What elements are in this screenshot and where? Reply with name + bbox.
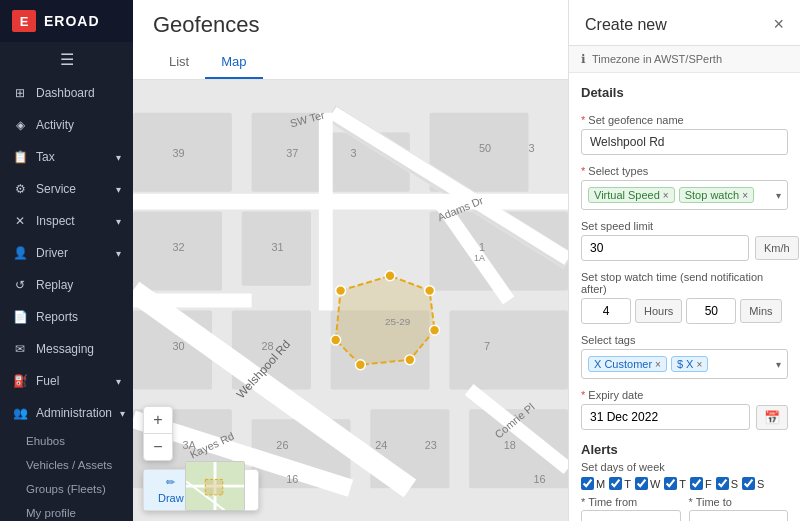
day-thursday-label: T xyxy=(679,478,686,490)
info-icon: ℹ xyxy=(581,52,586,66)
svg-text:16: 16 xyxy=(286,473,298,485)
sidebar-item-service[interactable]: ⚙ Service ▾ xyxy=(0,173,133,205)
svg-text:50: 50 xyxy=(479,142,491,154)
tag-label: $ X xyxy=(677,358,694,370)
sidebar-sub-myprofile[interactable]: My profile xyxy=(0,501,133,521)
stop-watch-label: Set stop watch time (send notification a… xyxy=(581,271,788,295)
day-wednesday-checkbox[interactable] xyxy=(635,477,648,490)
tax-icon: 📋 xyxy=(12,149,28,165)
tag-stop-watch[interactable]: Stop watch × xyxy=(679,187,754,203)
speed-label: Set speed limit xyxy=(581,220,788,232)
svg-text:26: 26 xyxy=(276,439,288,451)
chevron-down-icon: ▾ xyxy=(116,216,121,227)
tag-customer[interactable]: X Customer × xyxy=(588,356,667,372)
service-icon: ⚙ xyxy=(12,181,28,197)
day-saturday-checkbox[interactable] xyxy=(716,477,729,490)
close-button[interactable]: × xyxy=(773,14,784,35)
tag-remove-icon[interactable]: × xyxy=(655,359,661,370)
speed-input[interactable] xyxy=(581,235,749,261)
reports-icon: 📄 xyxy=(12,309,28,325)
sidebar-item-driver[interactable]: 👤 Driver ▾ xyxy=(0,237,133,269)
time-from-input[interactable] xyxy=(581,510,681,521)
tag-virtual-speed[interactable]: Virtual Speed × xyxy=(588,187,675,203)
sidebar-item-replay[interactable]: ↺ Replay xyxy=(0,269,133,301)
svg-rect-65 xyxy=(205,479,222,494)
time-to-input[interactable] xyxy=(689,510,789,521)
logo-icon: E xyxy=(12,10,36,32)
tab-list[interactable]: List xyxy=(153,46,205,79)
svg-point-29 xyxy=(385,271,395,281)
tag-label: Stop watch xyxy=(685,189,739,201)
chevron-down-icon: ▾ xyxy=(116,248,121,259)
day-sunday[interactable]: S xyxy=(742,477,764,490)
chevron-down-icon: ▾ xyxy=(776,359,781,370)
svg-text:39: 39 xyxy=(173,147,185,159)
day-saturday[interactable]: S xyxy=(716,477,738,490)
panel-body: Details * Set geofence name * Select typ… xyxy=(569,73,800,521)
nav-label-activity: Activity xyxy=(36,118,74,132)
calendar-button[interactable]: 📅 xyxy=(756,405,788,430)
day-wednesday[interactable]: W xyxy=(635,477,660,490)
page-title: Geofences xyxy=(153,12,548,38)
sidebar-sub-ehubos[interactable]: Ehubos xyxy=(0,429,133,453)
sidebar: E EROAD ☰ ⊞ Dashboard ◈ Activity 📋 Tax ▾… xyxy=(0,0,133,521)
timezone-text: Timezone in AWST/SPerth xyxy=(592,53,722,65)
day-sunday-checkbox[interactable] xyxy=(742,477,755,490)
time-to-group: * Time to xyxy=(689,496,789,521)
nav-label-inspect: Inspect xyxy=(36,214,75,228)
day-tuesday-label: T xyxy=(624,478,631,490)
sidebar-sub-groups[interactable]: Groups (Fleets) xyxy=(0,477,133,501)
sidebar-item-inspect[interactable]: ✕ Inspect ▾ xyxy=(0,205,133,237)
zoom-in-button[interactable]: + xyxy=(144,407,172,433)
sidebar-sub-vehicles[interactable]: Vehicles / Assets xyxy=(0,453,133,477)
day-thursday-checkbox[interactable] xyxy=(664,477,677,490)
svg-text:24: 24 xyxy=(375,439,387,451)
speed-unit: Km/h xyxy=(755,236,799,260)
sidebar-item-activity[interactable]: ◈ Activity xyxy=(0,109,133,141)
replay-icon: ↺ xyxy=(12,277,28,293)
tag-remove-icon[interactable]: × xyxy=(742,190,748,201)
expiry-date-input[interactable] xyxy=(581,404,750,430)
types-select[interactable]: Virtual Speed × Stop watch × ▾ xyxy=(581,180,788,210)
sidebar-item-administration[interactable]: 👥 Administration ▾ xyxy=(0,397,133,429)
svg-text:16: 16 xyxy=(533,473,545,485)
day-thursday[interactable]: T xyxy=(664,477,686,490)
sidebar-item-dashboard[interactable]: ⊞ Dashboard xyxy=(0,77,133,109)
sidebar-item-reports[interactable]: 📄 Reports xyxy=(0,301,133,333)
day-tuesday[interactable]: T xyxy=(609,477,631,490)
day-friday[interactable]: F xyxy=(690,477,712,490)
grid-icon: ⊞ xyxy=(12,85,28,101)
geofence-name-input[interactable] xyxy=(581,129,788,155)
sidebar-item-messaging[interactable]: ✉ Messaging xyxy=(0,333,133,365)
day-monday[interactable]: M xyxy=(581,477,605,490)
day-monday-checkbox[interactable] xyxy=(581,477,594,490)
svg-text:18: 18 xyxy=(504,439,516,451)
map-zoom-controls: + − xyxy=(143,406,173,461)
panel-header: Create new × xyxy=(569,0,800,46)
time-from-label: * Time from xyxy=(581,496,681,508)
day-saturday-label: S xyxy=(731,478,738,490)
map-area[interactable]: 39 37 3 50 3 32 31 1 30 28 3A 26 25-29 2… xyxy=(133,80,568,521)
hamburger-button[interactable]: ☰ xyxy=(0,42,133,77)
main-content: Geofences List Map xyxy=(133,0,568,521)
svg-text:3: 3 xyxy=(528,142,534,154)
alerts-section: Alerts Set days of week M T W T xyxy=(581,442,788,521)
svg-text:1A: 1A xyxy=(474,253,485,263)
svg-text:23: 23 xyxy=(425,439,437,451)
tags-select[interactable]: X Customer × $ X × ▾ xyxy=(581,349,788,379)
tab-map[interactable]: Map xyxy=(205,46,262,79)
sidebar-item-tax[interactable]: 📋 Tax ▾ xyxy=(0,141,133,173)
speed-row: Km/h xyxy=(581,235,788,261)
hours-input[interactable] xyxy=(581,298,631,324)
day-tuesday-checkbox[interactable] xyxy=(609,477,622,490)
tag-remove-icon[interactable]: × xyxy=(663,190,669,201)
zoom-out-button[interactable]: − xyxy=(144,434,172,460)
tag-remove-icon[interactable]: × xyxy=(696,359,702,370)
svg-rect-11 xyxy=(449,310,568,389)
sidebar-item-fuel[interactable]: ⛽ Fuel ▾ xyxy=(0,365,133,397)
days-label: Set days of week xyxy=(581,461,788,473)
day-friday-checkbox[interactable] xyxy=(690,477,703,490)
mins-input[interactable] xyxy=(686,298,736,324)
tag-dollar[interactable]: $ X × xyxy=(671,356,708,372)
speed-limit-field: Set speed limit Km/h xyxy=(581,220,788,261)
